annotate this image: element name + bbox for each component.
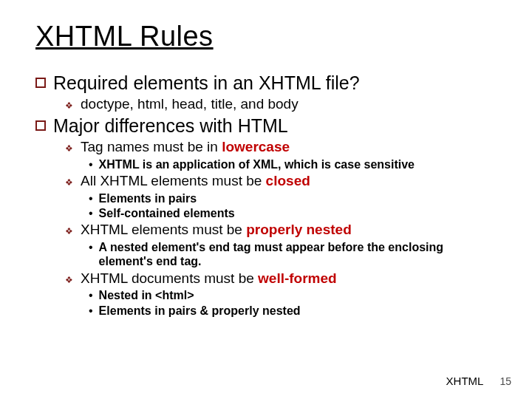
bullet-level3: • Nested in <html> [89,288,497,302]
dot-bullet-icon: • [89,191,93,205]
sub-item: A nested element's end tag must appear b… [99,240,497,268]
bullet-level2: ❖ All XHTML elements must be closed [65,173,497,190]
dot-bullet-icon: • [89,288,93,302]
bullet-level3: • XHTML is an application of XML, which … [89,157,497,171]
page-number: 15 [499,375,511,387]
diamond-bullet-icon: ❖ [65,226,73,236]
diamond-bullet-icon: ❖ [65,143,73,154]
sub-item: Elements in pairs & properly nested [99,304,301,318]
slide-footer: XHTML 15 [446,375,511,387]
emphasis-text: lowercase [222,139,290,154]
bullet-level3: • Elements in pairs & properly nested [89,304,497,318]
bullet-level3: • Self-contained elements [89,206,497,220]
emphasis-text: well-formed [258,270,337,286]
list-item: XHTML elements must be properly nested [81,222,352,239]
list-item-text: Tag names must be in [81,139,222,154]
slide-title: XHTML Rules [35,21,497,52]
diamond-bullet-icon: ❖ [65,275,73,285]
bullet-level2: ❖ Tag names must be in lowercase [65,139,497,156]
dot-bullet-icon: • [89,206,93,220]
section-heading: Required elements in an XHTML file? [53,72,360,95]
sub-item: XHTML is an application of XML, which is… [99,157,415,171]
dot-bullet-icon: • [89,240,93,254]
list-item: Tag names must be in lowercase [81,139,290,156]
bullet-level3: • Elements in pairs [89,191,497,205]
list-item-text: XHTML elements must be [81,222,246,237]
bullet-level1: Required elements in an XHTML file? [35,72,497,95]
list-item: doctype, html, head, title, and body [81,96,299,113]
sub-item: Elements in pairs [99,191,197,205]
dot-bullet-icon: • [89,157,93,171]
sub-item: Nested in <html> [99,288,194,302]
list-item-text: All XHTML elements must be [81,173,266,188]
section-heading: Major differences with HTML [53,115,288,137]
list-item: XHTML documents must be well-formed [81,270,337,287]
diamond-bullet-icon: ❖ [65,177,73,188]
slide: XHTML Rules Required elements in an XHTM… [0,0,532,318]
bullet-level2: ❖ XHTML documents must be well-formed [65,270,497,287]
bullet-level2: ❖ doctype, html, head, title, and body [65,96,497,113]
bullet-level2: ❖ XHTML elements must be properly nested [65,222,497,239]
emphasis-text: closed [266,173,310,188]
footer-label: XHTML [446,375,484,387]
bullet-level3: • A nested element's end tag must appear… [89,240,497,268]
list-item-text: XHTML documents must be [81,270,258,286]
square-bullet-icon [35,120,46,131]
bullet-level1: Major differences with HTML [35,115,497,137]
diamond-bullet-icon: ❖ [65,100,73,111]
emphasis-text: properly nested [246,222,352,237]
sub-item: Self-contained elements [99,206,235,220]
square-bullet-icon [35,78,46,88]
dot-bullet-icon: • [89,304,93,318]
list-item: All XHTML elements must be closed [81,173,310,190]
